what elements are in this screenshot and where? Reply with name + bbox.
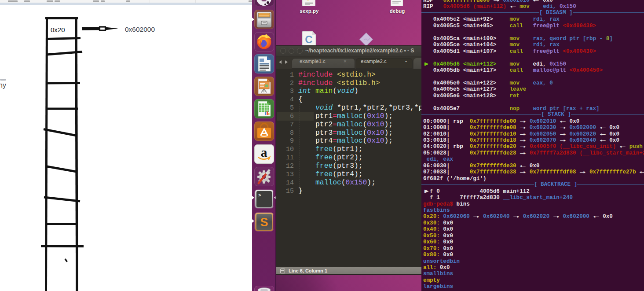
svg-text:C: C <box>305 33 312 45</box>
svg-text:>_: >_ <box>258 193 264 198</box>
svg-text:S: S <box>260 216 268 229</box>
svg-text:a: a <box>261 145 267 159</box>
